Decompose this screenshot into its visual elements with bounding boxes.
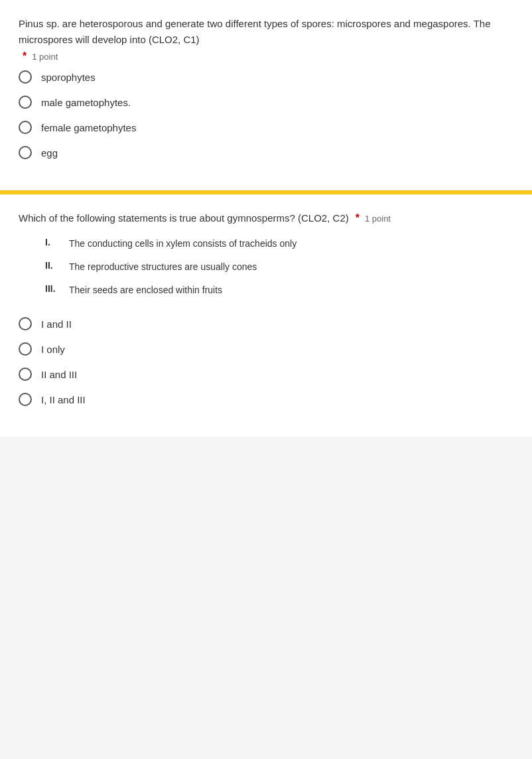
q14-option-b-label: male gametophytes. xyxy=(41,97,131,108)
q15-radio-c[interactable] xyxy=(19,368,32,381)
q14-options-list: sporophytes male gametophytes. female ga… xyxy=(19,70,513,159)
q14-option-a-label: sporophytes xyxy=(41,72,96,83)
q14-option-b[interactable]: male gametophytes. xyxy=(19,96,513,109)
q15-option-a-label: I and II xyxy=(41,318,72,330)
q14-text: Pinus sp. are heterosporous and generate… xyxy=(19,16,513,48)
q15-statements: I. The conducting cells in xylem consist… xyxy=(45,237,513,297)
q14-radio-a[interactable] xyxy=(19,70,32,84)
q15-required-star: * xyxy=(356,212,360,224)
q15-radio-a[interactable] xyxy=(19,317,32,330)
q15-radio-b[interactable] xyxy=(19,342,32,356)
statement-row-2: II. The reproductive structures are usua… xyxy=(45,260,513,274)
statement-num-1: I. xyxy=(45,237,69,247)
q14-option-d[interactable]: egg xyxy=(19,146,513,159)
q15-options-list: I and II I only II and III I, II and III xyxy=(19,317,513,406)
q15-option-c-label: II and III xyxy=(41,369,77,380)
statement-num-3: III. xyxy=(45,283,69,294)
q14-option-d-label: egg xyxy=(41,147,58,159)
q15-option-b[interactable]: I only xyxy=(19,342,513,356)
q14-option-c[interactable]: female gametophytes xyxy=(19,121,513,134)
statement-num-2: II. xyxy=(45,260,69,271)
q15-option-c[interactable]: II and III xyxy=(19,368,513,381)
q15-option-b-label: I only xyxy=(41,344,65,355)
q14-option-c-label: female gametophytes xyxy=(41,122,136,133)
statement-text-3: Their seeds are enclosed within fruits xyxy=(69,283,222,297)
q15-option-d-label: I, II and III xyxy=(41,394,86,405)
statement-text-2: The reproductive structures are usually … xyxy=(69,260,257,274)
q15-radio-d[interactable] xyxy=(19,393,32,406)
question-14: Pinus sp. are heterosporous and generate… xyxy=(0,0,532,190)
q14-points: 1 point xyxy=(32,52,58,62)
q15-points: 1 point xyxy=(365,214,391,224)
q14-radio-c[interactable] xyxy=(19,121,32,134)
q15-option-a[interactable]: I and II xyxy=(19,317,513,330)
statement-text-1: The conducting cells in xylem consists o… xyxy=(69,237,297,251)
statement-row-1: I. The conducting cells in xylem consist… xyxy=(45,237,513,251)
q15-text: Which of the following statements is tru… xyxy=(19,210,349,226)
q14-radio-d[interactable] xyxy=(19,146,32,159)
q14-required-star: * xyxy=(23,50,27,62)
question-15: Which of the following statements is tru… xyxy=(0,190,532,437)
q14-option-a[interactable]: sporophytes xyxy=(19,70,513,84)
statement-row-3: III. Their seeds are enclosed within fru… xyxy=(45,283,513,297)
q14-radio-b[interactable] xyxy=(19,96,32,109)
q15-option-d[interactable]: I, II and III xyxy=(19,393,513,406)
